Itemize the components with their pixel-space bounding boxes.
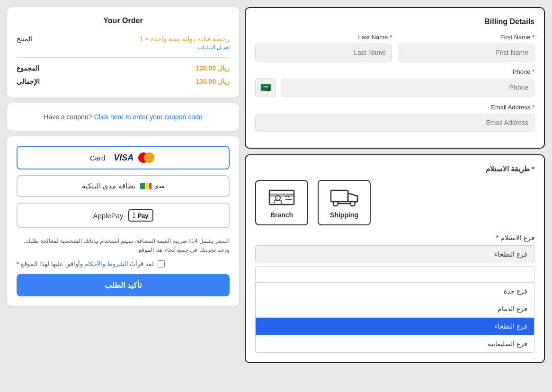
branch-selected-text: فرع البطحاء xyxy=(494,250,527,258)
email-star: * xyxy=(530,104,534,111)
mada-text: مدى xyxy=(154,183,164,189)
terms-text: لقد قرأتُ الشروط والأحكام وأوافق عليها ل… xyxy=(17,260,154,267)
order-edit-link[interactable]: تعديل البيانات xyxy=(140,44,230,51)
flag-emoji: 🇸🇦 xyxy=(260,82,271,93)
order-subtotal-label: المجموع xyxy=(17,64,39,72)
left-column: Your Order رخصة قيادة دولية سنة واحدة × … xyxy=(7,7,239,385)
terms-prefix: لقد قرأتُ xyxy=(128,260,154,267)
order-divider-1 xyxy=(17,57,230,58)
branch-option-sulaymaniyah[interactable]: فرع السليمانية xyxy=(256,335,534,352)
delivery-option-branch[interactable]: Branch xyxy=(255,180,308,225)
billing-title: Billing Details xyxy=(255,18,534,26)
payment-options: Card VISA بطاقة مدى البنكية xyxy=(17,146,230,228)
payment-applepay-label: ApplePay xyxy=(93,212,123,220)
email-row: * Email Address xyxy=(255,104,534,132)
name-row: * First Name * Last Name xyxy=(255,34,534,62)
right-column: Billing Details * First Name * Last Name xyxy=(245,7,545,385)
order-product-name: رخصة قيادة دولية سنة واحدة × 1 xyxy=(140,35,230,43)
shipping-icon xyxy=(330,187,358,207)
phone-input-row: 🇸🇦 xyxy=(255,78,534,97)
terms-checkbox[interactable] xyxy=(158,260,165,267)
payment-card-label: Card xyxy=(90,154,106,162)
email-group: * Email Address xyxy=(255,104,534,132)
branch-label: Branch xyxy=(270,211,293,219)
email-input[interactable] xyxy=(255,114,534,132)
mada-red-bar xyxy=(149,183,151,189)
first-name-label-text: First Name xyxy=(500,34,531,41)
payment-option-applepay[interactable]: ApplePay  Pay xyxy=(17,203,230,228)
privacy-notice: السعر يشمل 14٪ ضريبة القيمة المضافة. سيت… xyxy=(17,237,230,255)
branch-option-dammam[interactable]: فرع الدمام xyxy=(256,300,534,318)
terms-suffix: وأوافق عليها لهذا الموقع xyxy=(19,260,82,267)
phone-input[interactable] xyxy=(281,79,534,97)
mada-logo: مدى xyxy=(140,183,164,189)
svg-marker-1 xyxy=(348,193,357,202)
phone-group: * Phone 🇸🇦 xyxy=(255,68,534,97)
phone-star: * xyxy=(530,68,534,75)
coupon-link[interactable]: Click here to enter your coupon code xyxy=(94,113,203,121)
payment-option-card[interactable]: Card VISA xyxy=(17,146,230,169)
branch-required-star: * xyxy=(496,234,499,241)
branch-option-batha[interactable]: فرع البطحاء xyxy=(256,318,534,335)
mastercard-right-circle xyxy=(144,152,154,163)
apple-icon:  xyxy=(133,211,136,220)
payment-option-mada[interactable]: بطاقة مدى البنكية مدى xyxy=(17,175,230,197)
payment-card: Card VISA بطاقة مدى البنكية xyxy=(7,136,239,306)
order-total-value: ريال 130.00 xyxy=(196,78,230,85)
delivery-card: * طريقة الاستلام Shipping xyxy=(245,154,545,363)
confirm-order-button[interactable]: تأكيد الطلب xyxy=(17,274,230,296)
payment-mada-label: بطاقة مدى البنكية xyxy=(82,182,135,190)
email-label: * Email Address xyxy=(255,104,534,111)
first-name-label: * First Name xyxy=(398,34,534,41)
phone-row-group: * Phone 🇸🇦 xyxy=(255,68,534,97)
delivery-option-shipping[interactable]: Shipping xyxy=(318,180,371,225)
last-name-star: * xyxy=(388,34,392,41)
branch-selected-display[interactable]: فرع البطحاء xyxy=(255,245,534,263)
last-name-label-text: Last Name xyxy=(358,34,388,41)
billing-details-card: Billing Details * First Name * Last Name xyxy=(245,7,545,149)
svg-rect-0 xyxy=(331,190,348,202)
order-subtotal-row: ريال 130.00 المجموع xyxy=(17,62,230,75)
order-product-label: المنتج xyxy=(17,35,32,43)
applepay-box:  Pay xyxy=(128,209,153,222)
branch-section: فرع الاستلام * فرع البطحاء فرع جدة فرع ا… xyxy=(255,234,534,353)
phone-flag[interactable]: 🇸🇦 xyxy=(255,78,276,97)
last-name-group: * Last Name xyxy=(255,34,392,62)
visa-icon: VISA xyxy=(114,153,134,163)
order-product-value: رخصة قيادة دولية سنة واحدة × 1 تعديل الب… xyxy=(140,35,230,51)
last-name-label: * Last Name xyxy=(255,34,392,41)
mada-green-bar xyxy=(140,183,145,189)
first-name-star: * xyxy=(530,34,534,41)
page-container: Your Order رخصة قيادة دولية سنة واحدة × … xyxy=(0,0,552,392)
first-name-group: * First Name xyxy=(398,34,534,62)
order-summary-card: Your Order رخصة قيادة دولية سنة واحدة × … xyxy=(7,7,239,98)
branch-search-input[interactable] xyxy=(255,266,534,282)
applepay-text: Pay xyxy=(137,212,148,219)
phone-label-text: Phone xyxy=(513,68,531,75)
order-product-row: رخصة قيادة دولية سنة واحدة × 1 تعديل الب… xyxy=(17,32,230,53)
delivery-options: Shipping Branch xyxy=(255,180,534,225)
terms-row: لقد قرأتُ الشروط والأحكام وأوافق عليها ل… xyxy=(17,260,230,267)
order-title: Your Order xyxy=(17,17,230,25)
phone-label: * Phone xyxy=(255,68,534,75)
first-name-input[interactable] xyxy=(398,44,534,62)
coupon-card: Have a coupon? Click here to enter your … xyxy=(7,103,239,131)
coupon-text: Have a coupon? xyxy=(44,113,92,121)
delivery-title: * طريقة الاستلام xyxy=(255,165,534,173)
order-subtotal-value: ريال 130.00 xyxy=(196,64,230,72)
branch-dropdown-list: فرع جدة فرع الدمام فرع البطحاء فرع السلي… xyxy=(255,282,534,353)
order-total-row: ريال 130.00 الإجمالي xyxy=(17,75,230,88)
email-label-text: Email Address xyxy=(491,104,530,111)
mada-yellow-bar xyxy=(146,183,148,189)
svg-rect-6 xyxy=(269,194,294,196)
last-name-input[interactable] xyxy=(255,44,392,62)
branch-section-label: فرع الاستلام * xyxy=(255,234,534,241)
terms-link[interactable]: الشروط والأحكام xyxy=(84,260,128,267)
branch-label-text: فرع الاستلام xyxy=(500,234,534,241)
shipping-label: Shipping xyxy=(330,211,358,219)
branch-icon xyxy=(267,187,296,207)
mastercard-icon xyxy=(138,152,154,163)
order-total-label: الإجمالي xyxy=(17,78,40,85)
branch-option-jeddah[interactable]: فرع جدة xyxy=(256,283,534,300)
